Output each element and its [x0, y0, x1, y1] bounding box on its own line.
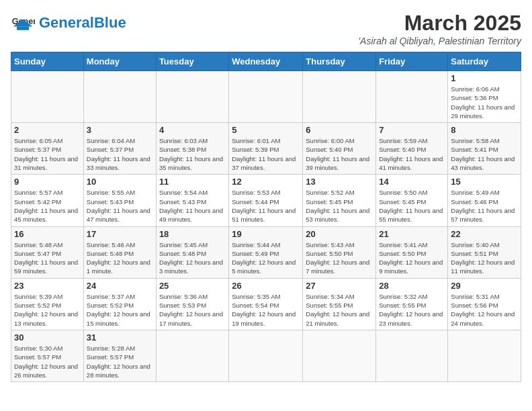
day-number: 21 — [379, 229, 445, 239]
day-info: Sunrise: 5:57 AM Sunset: 5:42 PM Dayligh… — [14, 188, 81, 224]
day-info: Sunrise: 5:52 AM Sunset: 5:45 PM Dayligh… — [306, 188, 373, 224]
weekday-sunday: Sunday — [11, 52, 84, 71]
week-row-3: 9Sunrise: 5:57 AM Sunset: 5:42 PM Daylig… — [11, 175, 521, 226]
weekday-header-row: SundayMondayTuesdayWednesdayThursdayFrid… — [11, 52, 521, 71]
day-number: 7 — [379, 125, 445, 135]
day-number: 31 — [87, 332, 153, 342]
day-cell: 13Sunrise: 5:52 AM Sunset: 5:45 PM Dayli… — [303, 175, 376, 226]
day-cell: 5Sunrise: 6:01 AM Sunset: 5:39 PM Daylig… — [229, 123, 303, 175]
day-info: Sunrise: 5:34 AM Sunset: 5:55 PM Dayligh… — [306, 292, 373, 328]
weekday-monday: Monday — [83, 52, 156, 71]
day-number: 8 — [451, 125, 518, 135]
weekday-tuesday: Tuesday — [156, 52, 228, 71]
day-info: Sunrise: 5:37 AM Sunset: 5:52 PM Dayligh… — [87, 292, 153, 328]
day-info: Sunrise: 5:31 AM Sunset: 5:56 PM Dayligh… — [451, 292, 518, 328]
day-cell: 23Sunrise: 5:39 AM Sunset: 5:52 PM Dayli… — [11, 278, 84, 330]
day-cell — [156, 71, 228, 123]
day-cell: 10Sunrise: 5:55 AM Sunset: 5:43 PM Dayli… — [83, 175, 156, 226]
day-cell: 7Sunrise: 5:59 AM Sunset: 5:40 PM Daylig… — [376, 123, 448, 175]
day-number: 23 — [14, 281, 81, 291]
day-number: 16 — [14, 229, 81, 239]
day-number: 6 — [306, 125, 373, 135]
day-number: 11 — [159, 177, 226, 187]
day-cell — [229, 330, 303, 381]
day-cell: 24Sunrise: 5:37 AM Sunset: 5:52 PM Dayli… — [83, 278, 156, 330]
day-cell: 9Sunrise: 5:57 AM Sunset: 5:42 PM Daylig… — [11, 175, 84, 226]
day-number: 30 — [14, 332, 81, 342]
day-cell: 12Sunrise: 5:53 AM Sunset: 5:44 PM Dayli… — [229, 175, 303, 226]
day-number: 19 — [232, 229, 300, 239]
day-number: 22 — [451, 229, 518, 239]
day-cell: 27Sunrise: 5:34 AM Sunset: 5:55 PM Dayli… — [303, 278, 376, 330]
weekday-saturday: Saturday — [448, 52, 521, 71]
day-number: 14 — [379, 177, 445, 187]
day-number: 3 — [87, 125, 153, 135]
week-row-1: 1Sunrise: 6:06 AM Sunset: 5:36 PM Daylig… — [11, 71, 521, 123]
day-cell: 21Sunrise: 5:41 AM Sunset: 5:50 PM Dayli… — [376, 226, 448, 278]
day-cell — [376, 330, 448, 381]
day-number: 1 — [451, 73, 518, 83]
day-cell — [11, 71, 84, 123]
day-cell — [229, 71, 303, 123]
day-info: Sunrise: 5:50 AM Sunset: 5:45 PM Dayligh… — [379, 188, 445, 224]
day-info: Sunrise: 5:40 AM Sunset: 5:51 PM Dayligh… — [451, 240, 518, 276]
day-number: 15 — [451, 177, 518, 187]
day-cell — [83, 71, 156, 123]
day-cell: 11Sunrise: 5:54 AM Sunset: 5:43 PM Dayli… — [156, 175, 228, 226]
day-cell: 8Sunrise: 5:58 AM Sunset: 5:41 PM Daylig… — [448, 123, 521, 175]
day-info: Sunrise: 5:59 AM Sunset: 5:40 PM Dayligh… — [379, 136, 445, 172]
day-number: 13 — [306, 177, 373, 187]
day-cell — [448, 330, 521, 381]
day-cell: 4Sunrise: 6:03 AM Sunset: 5:38 PM Daylig… — [156, 123, 228, 175]
day-info: Sunrise: 5:41 AM Sunset: 5:50 PM Dayligh… — [379, 240, 445, 276]
weekday-friday: Friday — [376, 52, 448, 71]
day-cell — [156, 330, 228, 381]
day-number: 10 — [87, 177, 153, 187]
day-info: Sunrise: 6:03 AM Sunset: 5:38 PM Dayligh… — [159, 136, 226, 172]
day-info: Sunrise: 5:46 AM Sunset: 5:48 PM Dayligh… — [87, 240, 153, 276]
location-title: 'Asirah al Qibliyah, Palestinian Territo… — [358, 36, 521, 46]
day-cell — [303, 330, 376, 381]
week-row-5: 23Sunrise: 5:39 AM Sunset: 5:52 PM Dayli… — [11, 278, 521, 330]
day-number: 18 — [159, 229, 226, 239]
day-number: 4 — [159, 125, 226, 135]
day-cell: 20Sunrise: 5:43 AM Sunset: 5:50 PM Dayli… — [303, 226, 376, 278]
day-number: 5 — [232, 125, 300, 135]
day-info: Sunrise: 5:54 AM Sunset: 5:43 PM Dayligh… — [159, 188, 226, 224]
day-info: Sunrise: 5:28 AM Sunset: 5:57 PM Dayligh… — [87, 344, 153, 379]
day-info: Sunrise: 5:43 AM Sunset: 5:50 PM Dayligh… — [306, 240, 373, 276]
day-info: Sunrise: 5:36 AM Sunset: 5:53 PM Dayligh… — [159, 292, 226, 328]
day-cell: 17Sunrise: 5:46 AM Sunset: 5:48 PM Dayli… — [83, 226, 156, 278]
day-cell: 2Sunrise: 6:05 AM Sunset: 5:37 PM Daylig… — [11, 123, 84, 175]
day-info: Sunrise: 5:44 AM Sunset: 5:49 PM Dayligh… — [232, 240, 300, 276]
day-info: Sunrise: 5:55 AM Sunset: 5:43 PM Dayligh… — [87, 188, 153, 224]
day-info: Sunrise: 6:00 AM Sunset: 5:40 PM Dayligh… — [306, 136, 373, 172]
day-number: 26 — [232, 281, 300, 291]
day-cell: 3Sunrise: 6:04 AM Sunset: 5:37 PM Daylig… — [83, 123, 156, 175]
day-cell: 29Sunrise: 5:31 AM Sunset: 5:56 PM Dayli… — [448, 278, 521, 330]
day-cell: 16Sunrise: 5:48 AM Sunset: 5:47 PM Dayli… — [11, 226, 84, 278]
day-info: Sunrise: 5:53 AM Sunset: 5:44 PM Dayligh… — [232, 188, 300, 224]
day-number: 29 — [451, 281, 518, 291]
day-cell: 30Sunrise: 5:30 AM Sunset: 5:57 PM Dayli… — [11, 330, 84, 381]
day-cell — [303, 71, 376, 123]
day-cell: 15Sunrise: 5:49 AM Sunset: 5:46 PM Dayli… — [448, 175, 521, 226]
title-area: March 2025 'Asirah al Qibliyah, Palestin… — [358, 11, 521, 46]
day-info: Sunrise: 5:48 AM Sunset: 5:47 PM Dayligh… — [14, 240, 81, 276]
day-cell: 1Sunrise: 6:06 AM Sunset: 5:36 PM Daylig… — [448, 71, 521, 123]
day-info: Sunrise: 5:30 AM Sunset: 5:57 PM Dayligh… — [14, 344, 81, 379]
weekday-wednesday: Wednesday — [229, 52, 303, 71]
day-cell: 19Sunrise: 5:44 AM Sunset: 5:49 PM Dayli… — [229, 226, 303, 278]
day-info: Sunrise: 5:35 AM Sunset: 5:54 PM Dayligh… — [232, 292, 300, 328]
day-number: 24 — [87, 281, 153, 291]
week-row-6: 30Sunrise: 5:30 AM Sunset: 5:57 PM Dayli… — [11, 330, 521, 381]
calendar: SundayMondayTuesdayWednesdayThursdayFrid… — [11, 52, 521, 382]
weekday-thursday: Thursday — [303, 52, 376, 71]
day-cell — [376, 71, 448, 123]
day-info: Sunrise: 5:39 AM Sunset: 5:52 PM Dayligh… — [14, 292, 81, 328]
day-cell: 28Sunrise: 5:32 AM Sunset: 5:55 PM Dayli… — [376, 278, 448, 330]
day-info: Sunrise: 6:04 AM Sunset: 5:37 PM Dayligh… — [87, 136, 153, 172]
day-cell: 6Sunrise: 6:00 AM Sunset: 5:40 PM Daylig… — [303, 123, 376, 175]
day-info: Sunrise: 5:32 AM Sunset: 5:55 PM Dayligh… — [379, 292, 445, 328]
day-number: 20 — [306, 229, 373, 239]
